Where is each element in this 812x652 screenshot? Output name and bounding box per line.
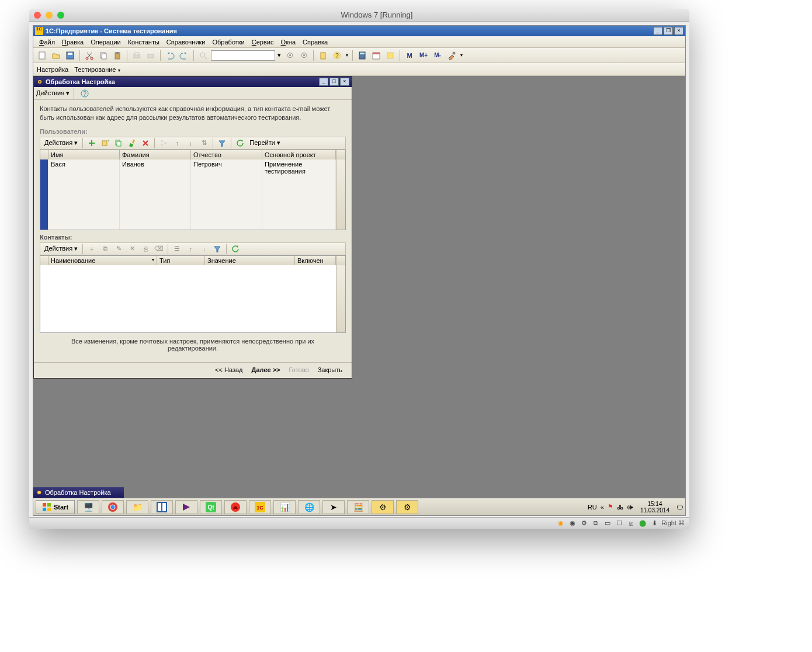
c-add-icon[interactable]: +: [85, 242, 98, 255]
scrollbar[interactable]: [336, 265, 345, 332]
users-actions-menu[interactable]: Действия ▾: [42, 139, 80, 147]
refresh-icon[interactable]: [234, 137, 247, 150]
tb2-testing[interactable]: Тестирование ▾: [74, 66, 120, 73]
app-minimize-button[interactable]: _: [653, 27, 662, 35]
tray-net-icon[interactable]: 🖧: [617, 504, 623, 511]
menu-processings[interactable]: Обработки: [209, 37, 248, 47]
mac-maximize-button[interactable]: [57, 12, 64, 19]
back-button[interactable]: << Назад: [211, 366, 246, 373]
c-filter-icon[interactable]: [211, 242, 224, 255]
start-button[interactable]: Start: [36, 500, 75, 514]
col-value[interactable]: Значение: [205, 256, 295, 265]
open-icon[interactable]: [50, 49, 63, 62]
col-title[interactable]: Наименование▾: [48, 256, 157, 265]
mac-minimize-button[interactable]: [46, 12, 53, 19]
copy-row-icon[interactable]: [112, 137, 125, 150]
menu-help[interactable]: Справка: [299, 37, 331, 47]
tb-chart-icon[interactable]: 📊: [273, 500, 296, 514]
tb-files-icon[interactable]: 📁: [126, 500, 148, 514]
tb-totalcmd-icon[interactable]: [151, 500, 173, 514]
new-icon[interactable]: [36, 49, 48, 62]
filter-icon[interactable]: [216, 137, 228, 150]
col-name[interactable]: Имя: [48, 150, 120, 159]
tb-delphi-icon[interactable]: [224, 500, 247, 514]
contacts-grid[interactable]: Наименование▾ Тип Значение Включен: [40, 255, 346, 333]
m-icon[interactable]: M: [403, 49, 416, 62]
dialog-close-button[interactable]: ×: [340, 78, 349, 86]
tray-vol-icon[interactable]: 🕪: [627, 504, 633, 511]
dialog-help-icon[interactable]: ?: [78, 87, 91, 100]
menu-windows[interactable]: Окна: [277, 37, 299, 47]
vm-net-icon[interactable]: ⬤: [638, 519, 647, 528]
m-plus-icon[interactable]: M+: [417, 49, 430, 62]
app-close-button[interactable]: ×: [674, 27, 683, 35]
vm-display-icon[interactable]: ▭: [603, 519, 612, 528]
col-project[interactable]: Основной проект: [262, 150, 336, 159]
move-down-icon[interactable]: ↓: [184, 137, 197, 150]
app-restore-button[interactable]: ❐: [664, 27, 673, 35]
menu-constants[interactable]: Константы: [124, 37, 163, 47]
find-next-icon[interactable]: ⦿: [297, 49, 310, 62]
tb-arrow-icon[interactable]: ➤: [322, 500, 345, 514]
undo-icon[interactable]: [164, 49, 176, 62]
copy-icon[interactable]: [97, 49, 110, 62]
col-patronymic[interactable]: Отчество: [191, 150, 262, 159]
cell-patronymic[interactable]: Петрович: [191, 159, 262, 230]
tb-chrome-icon[interactable]: [102, 500, 124, 514]
props-icon[interactable]: [384, 49, 397, 62]
vm-usb-icon[interactable]: ⚙: [579, 519, 589, 528]
c-add2-icon[interactable]: ⧉: [99, 242, 112, 255]
paste-icon[interactable]: [111, 49, 124, 62]
c-x-icon[interactable]: ⌫: [152, 242, 165, 255]
sort-icon[interactable]: ⇅: [197, 137, 210, 150]
dialog-actions-menu[interactable]: Действия ▾: [36, 89, 70, 97]
add-group-icon[interactable]: +: [99, 137, 112, 150]
delete-mark-icon[interactable]: [139, 137, 152, 150]
find-prev-icon[interactable]: ⦿: [283, 49, 296, 62]
dialog-minimize-button[interactable]: _: [319, 78, 328, 86]
m-minus-icon[interactable]: M-: [431, 49, 444, 62]
vm-cd-icon[interactable]: ◉: [568, 519, 577, 528]
c-del-icon[interactable]: ✕: [126, 242, 138, 255]
c-copy-icon[interactable]: ⎘: [139, 242, 152, 255]
calendar-icon[interactable]: [370, 49, 383, 62]
tb-explorer-icon[interactable]: 🖥️: [77, 500, 99, 514]
col-type[interactable]: Тип: [157, 256, 205, 265]
cell-name[interactable]: Вася: [48, 159, 120, 230]
vm-share-icon[interactable]: ⧉: [591, 519, 601, 528]
save-icon[interactable]: [64, 49, 77, 62]
close-button[interactable]: Закрыть: [314, 366, 346, 373]
c-h1-icon[interactable]: ☰: [171, 242, 183, 255]
mac-close-button[interactable]: [34, 12, 41, 19]
next-button[interactable]: Далее >>: [248, 366, 284, 373]
cell-project[interactable]: Применение тестирования: [262, 159, 336, 230]
col-enabled[interactable]: Включен: [295, 256, 336, 265]
tray-chevron-icon[interactable]: «: [601, 504, 604, 511]
tb-calc-icon[interactable]: 🧮: [347, 500, 369, 514]
tb-clock[interactable]: 15:1411.03.2014: [637, 501, 673, 514]
menu-service[interactable]: Сервис: [248, 37, 277, 47]
c-dn-icon[interactable]: ↓: [197, 242, 210, 255]
mdi-task-button[interactable]: Обработка Настройка: [33, 487, 124, 498]
c-refresh-icon[interactable]: [229, 242, 242, 255]
contacts-actions-menu[interactable]: Действия ▾: [42, 245, 80, 252]
vm-hd-icon[interactable]: ◉: [556, 519, 565, 528]
print-preview-icon[interactable]: [144, 49, 157, 62]
edit-icon[interactable]: [126, 137, 138, 150]
search-input[interactable]: [211, 50, 275, 61]
users-grid[interactable]: Имя Фамилия Отчество Основной проект Вас…: [40, 150, 346, 230]
menu-catalogs[interactable]: Справочники: [163, 37, 209, 47]
scrollbar[interactable]: [336, 159, 345, 230]
dialog-maximize-button[interactable]: □: [329, 78, 339, 86]
vm-capture-icon[interactable]: ⬇: [650, 519, 659, 528]
tools-icon[interactable]: [445, 49, 458, 62]
clipboard-icon[interactable]: [317, 49, 329, 62]
vm-mouse-icon[interactable]: ⎚: [626, 519, 636, 528]
tb-app2-icon[interactable]: ⚙: [396, 500, 418, 514]
help-icon[interactable]: ?: [331, 49, 343, 62]
tray-flag-icon[interactable]: ⚑: [608, 503, 613, 511]
c-edit-icon[interactable]: ✎: [112, 242, 125, 255]
tb-qt-icon[interactable]: Qt: [200, 500, 222, 514]
cell-surname[interactable]: Иванов: [120, 159, 191, 230]
tray-monitor-icon[interactable]: 🖵: [676, 504, 683, 511]
